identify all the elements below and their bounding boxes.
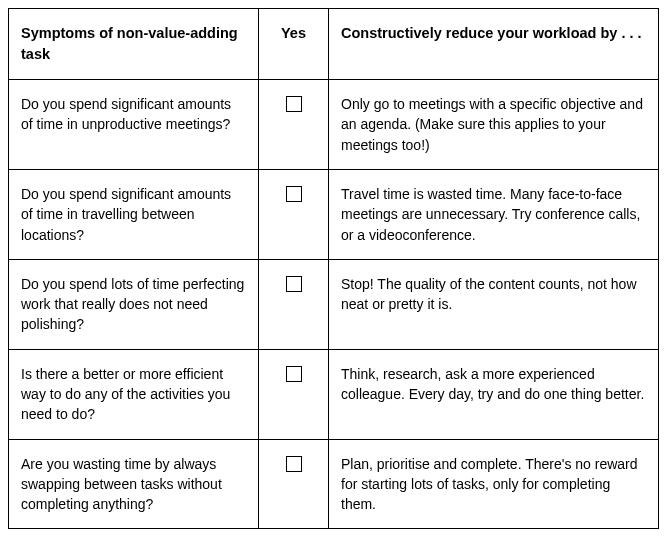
table-row: Do you spend significant amounts of time… (9, 80, 659, 170)
symptom-cell: Are you wasting time by always swapping … (9, 439, 259, 529)
yes-cell (259, 259, 329, 349)
symptom-cell: Do you spend lots of time perfecting wor… (9, 259, 259, 349)
checkbox-icon[interactable] (286, 186, 302, 202)
table-row: Is there a better or more efficient way … (9, 349, 659, 439)
table-row: Are you wasting time by always swapping … (9, 439, 659, 529)
table-header-row: Symptoms of non-value-adding task Yes Co… (9, 9, 659, 80)
symptom-cell: Do you spend significant amounts of time… (9, 80, 259, 170)
workload-table: Symptoms of non-value-adding task Yes Co… (8, 8, 659, 529)
yes-cell (259, 439, 329, 529)
checkbox-icon[interactable] (286, 366, 302, 382)
reduce-cell: Stop! The quality of the content counts,… (329, 259, 659, 349)
yes-cell (259, 80, 329, 170)
checkbox-icon[interactable] (286, 456, 302, 472)
table-row: Do you spend significant amounts of time… (9, 169, 659, 259)
header-reduce: Constructively reduce your workload by .… (329, 9, 659, 80)
checkbox-icon[interactable] (286, 276, 302, 292)
table-row: Do you spend lots of time perfecting wor… (9, 259, 659, 349)
symptom-cell: Do you spend significant amounts of time… (9, 169, 259, 259)
reduce-cell: Travel time is wasted time. Many face-to… (329, 169, 659, 259)
reduce-cell: Only go to meetings with a specific obje… (329, 80, 659, 170)
checkbox-icon[interactable] (286, 96, 302, 112)
header-yes: Yes (259, 9, 329, 80)
reduce-cell: Think, research, ask a more experienced … (329, 349, 659, 439)
reduce-cell: Plan, prioritise and complete. There's n… (329, 439, 659, 529)
yes-cell (259, 169, 329, 259)
yes-cell (259, 349, 329, 439)
symptom-cell: Is there a better or more efficient way … (9, 349, 259, 439)
header-symptom: Symptoms of non-value-adding task (9, 9, 259, 80)
